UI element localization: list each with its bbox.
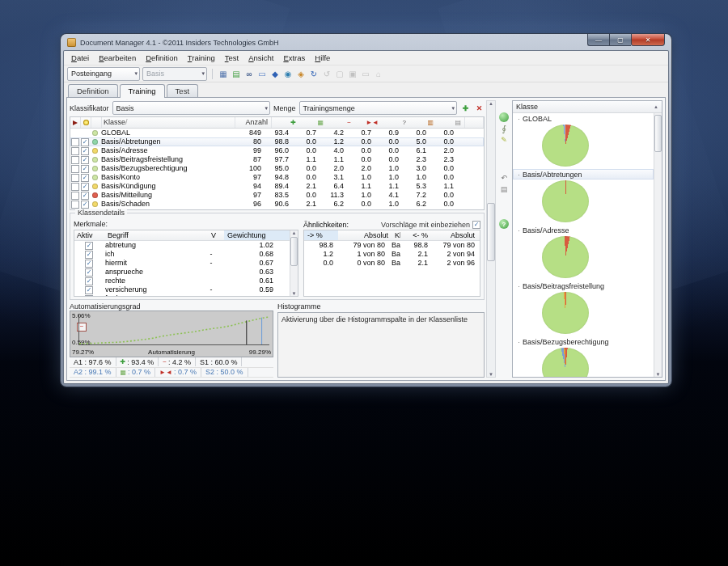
aktiv-checkbox[interactable]: ✓ [85,260,93,268]
scroll-up-icon[interactable]: ▲ [654,104,658,109]
pie-list-item[interactable]: ·Basis/Adresse [513,225,654,278]
merkmal-row[interactable]: ✓forderung0.54 [74,294,298,297]
compass-icon[interactable]: ◆ [269,68,281,79]
package-icon[interactable]: ◈ [295,68,307,79]
pie-list-item[interactable]: ·Basis/Bezugsberechtigung [513,336,654,377]
flag-checkbox[interactable] [71,165,79,173]
klassifikator-combobox[interactable]: Basis▾ [112,101,270,115]
menu-datei[interactable]: Datei [66,53,94,63]
menu-test[interactable]: Test [220,53,243,63]
tab-training[interactable]: Training [120,84,165,98]
flag-checkbox[interactable] [71,147,79,155]
save-icon[interactable]: ▦ [218,68,229,79]
grid-icon[interactable]: ▤ [437,117,464,128]
merkmal-row[interactable]: ✓versicherung-0.59 [74,285,298,294]
help-icon[interactable]: ? [499,219,509,229]
minimize-button[interactable]: — [587,34,609,46]
title-bar[interactable]: Document Manager 4.1 - ©2011 Insiders Te… [61,34,671,51]
class-table-header[interactable]: Klasse / Anzahl ✚▦−►◄?▥▤ [70,117,484,129]
aktiv-checkbox[interactable]: ✓ [85,277,93,285]
auto-wrong-icon[interactable]: − [327,117,354,128]
tab-definition[interactable]: Definition [68,84,118,97]
globe-icon[interactable]: ◉ [282,68,294,79]
run-training-icon[interactable]: ● [499,112,509,122]
table-row[interactable]: ✓Basis/Konto9794.80.03.11.01.01.00.0 [70,173,484,182]
menu-bearbeiten[interactable]: Bearbeiten [94,53,141,63]
active-checkbox[interactable]: ✓ [81,183,89,191]
inbox-combobox[interactable]: Posteingang▾ [67,67,140,81]
menu-hilfe[interactable]: Hilfe [310,53,335,63]
merkmal-row[interactable]: ✓rechte0.61 [74,277,298,285]
merkmale-header[interactable]: Aktiv Begriff V Gewichtung [74,230,298,241]
collision-icon[interactable]: ►◄ [354,117,382,128]
undo-icon[interactable]: ↶ [499,173,509,183]
flag-checkbox[interactable] [71,156,79,164]
aehnlichkeit-row[interactable]: 1.21 von 80Basis/Kündigung2.12 von 94 [304,250,480,259]
menu-ansicht[interactable]: Ansicht [243,53,278,63]
tools-icon[interactable]: ▤ [499,184,509,194]
auto-correct-icon[interactable]: ✚ [272,117,299,128]
edit-note-icon[interactable]: ✎ [499,135,509,145]
aktiv-checkbox[interactable]: ✓ [85,251,93,259]
klasse-scrollbar[interactable]: ▼ [654,113,662,377]
book-icon[interactable]: ▭ [256,68,268,79]
merkmal-row[interactable]: ✓abtretung1.02 [74,241,298,250]
aktiv-checkbox[interactable]: ✓ [85,268,93,277]
menu-training[interactable]: Training [183,53,220,63]
active-checkbox[interactable]: ✓ [81,192,89,200]
column-anzahl[interactable]: Anzahl [235,117,272,128]
active-checkbox[interactable]: ✓ [81,156,89,164]
attach-icon[interactable]: ∮ [499,124,509,133]
column-klasse[interactable]: Klasse [104,117,125,128]
aktiv-checkbox[interactable]: ✓ [85,242,93,250]
menu-extras[interactable]: Extras [278,53,310,63]
aktiv-checkbox[interactable]: ✓ [85,286,93,294]
search-icon[interactable]: ∞ [243,68,255,79]
active-checkbox[interactable]: ✓ [81,201,89,209]
active-checkbox[interactable]: ✓ [81,174,89,182]
active-checkbox[interactable]: ✓ [81,165,89,173]
histogram-icon[interactable]: ▦ [299,117,327,128]
active-checkbox[interactable]: ✓ [81,138,89,146]
import-icon[interactable]: ▤ [231,68,242,79]
merkmal-row[interactable]: ✓ansprueche0.63 [74,268,298,277]
aehnlichkeit-row[interactable]: 98.879 von 80Basis/Abtretungen (Lernmeng… [304,241,480,250]
table-row[interactable]: ✓Basis/Bezugsberechtigung10095.00.02.02.… [70,164,484,173]
classifier-combobox[interactable]: Basis▾ [142,67,207,81]
left-pane-scrollbar[interactable]: ▲ ▼ [486,100,496,378]
pie-list-item[interactable]: ·Basis/Beitragsfreistellung [513,281,654,334]
merkmal-row[interactable]: ✓ich-0.68 [74,250,298,259]
vorschlaege-checkbox[interactable]: ✓ [472,221,480,229]
manual-icon[interactable]: ▥ [409,117,437,128]
pie-list-item[interactable]: ·GLOBAL [513,113,654,167]
aehnlichkeiten-header[interactable]: -> % Absolut Klasse <- % Absolut [304,230,480,241]
table-row[interactable]: ✓Basis/Kündigung9489.42.16.41.11.15.31.1 [70,182,484,191]
delete-set-button[interactable]: ✕ [474,103,485,113]
active-checkbox[interactable]: ✓ [81,147,89,155]
tab-test[interactable]: Test [167,84,198,97]
flag-checkbox[interactable] [71,183,79,191]
table-row[interactable]: ✓Basis/Abtretungen8098.80.01.20.00.05.00… [70,137,484,146]
menu-definition[interactable]: Definition [141,53,183,63]
table-row[interactable]: ✓Basis/Schaden9690.62.16.20.01.06.20.0 [70,200,484,209]
aehnlichkeit-row[interactable]: 0.00 von 80Basis/Schaden2.12 von 96 [304,259,480,268]
merkmale-scrollbar[interactable]: ▲ ▼ [290,230,298,296]
table-row[interactable]: GLOBAL84993.40.74.20.70.90.00.0 [70,129,484,137]
automatisierung-chart[interactable]: 5.06% − 0.59% 79.27% Automatisierung 99.… [70,310,273,357]
table-row[interactable]: ✓Basis/Adresse9996.00.04.00.00.06.12.0 [70,146,484,155]
table-row[interactable]: ✓Basis/Mitteilung9783.50.011.31.04.17.20… [70,191,484,200]
flag-checkbox[interactable] [71,138,79,146]
close-button[interactable]: ✕ [631,34,665,46]
flag-checkbox[interactable] [71,201,79,209]
table-row[interactable]: ✓Basis/Beitragsfreistellung8797.71.11.10… [70,155,484,164]
maximize-button[interactable]: ▢ [609,34,631,46]
add-set-button[interactable]: ✚ [460,103,471,113]
unknown-icon[interactable]: ? [382,117,409,128]
pie-list-item[interactable]: ·Basis/Abtretungen [513,169,654,222]
aktiv-checkbox[interactable]: ✓ [85,295,93,298]
merkmal-row[interactable]: ✓hiermit-0.67 [74,259,298,268]
menge-combobox[interactable]: Trainingsmenge▾ [299,101,457,115]
refresh-icon[interactable]: ↻ [308,68,320,79]
flag-checkbox[interactable] [71,192,79,200]
flag-checkbox[interactable] [71,174,79,182]
